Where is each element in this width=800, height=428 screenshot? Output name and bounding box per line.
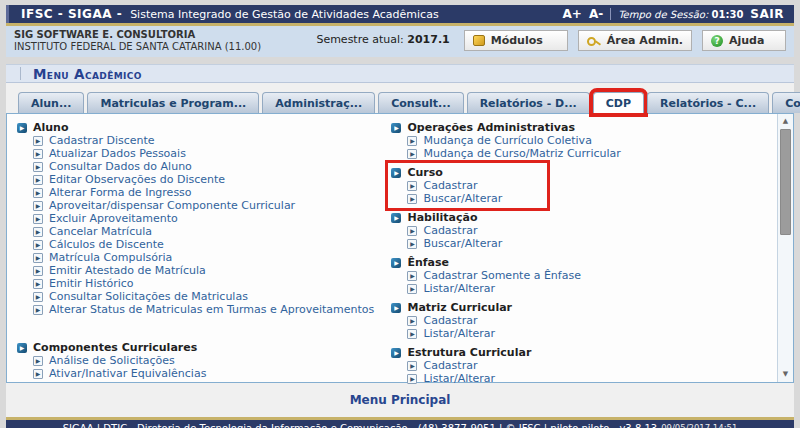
help-button-label: Ajuda xyxy=(729,34,764,47)
menu-section: Operações Administrativas Mudança de Cur… xyxy=(391,121,769,160)
modules-button-label: Módulos xyxy=(491,34,543,47)
menu-section: Curso Cadastrar xyxy=(391,166,544,205)
menu-item[interactable]: Alterar Status de Matriculas em Turmas e… xyxy=(33,303,385,316)
menu-item-label: Emitir Histórico xyxy=(49,277,134,290)
menu-item-label: Listar/Alterar xyxy=(423,282,495,295)
title-bar-notch xyxy=(20,67,21,80)
menu-item[interactable]: Consultar Dados do Aluno xyxy=(33,160,385,173)
menu-item[interactable]: Cadastrar xyxy=(407,179,502,192)
menu-item-label: Ativar/Inativar Equivalências xyxy=(49,367,206,380)
section-items: Análise de Solicitações Ativar/Inativar … xyxy=(17,354,385,380)
section-title: Matriz Curricular xyxy=(407,301,512,314)
institution-name: INSTITUTO FEDERAL DE SANTA CATARINA (11.… xyxy=(14,41,261,52)
section-title: Operações Administrativas xyxy=(407,121,575,134)
tab[interactable]: Relatórios - C... xyxy=(647,92,769,113)
menu-item[interactable]: Editar Observações do Discente xyxy=(33,173,385,186)
menu-item[interactable]: Cadastrar Somente a Ênfase xyxy=(407,269,769,282)
tab[interactable]: CDP xyxy=(593,92,644,113)
menu-item-label: Cadastrar xyxy=(423,224,477,237)
menu-item[interactable]: Cancelar Matrícula xyxy=(33,225,385,238)
font-decrease-button[interactable]: A- xyxy=(589,7,603,21)
item-arrow-icon xyxy=(33,162,43,172)
logout-button[interactable]: SAIR xyxy=(750,7,784,21)
item-arrow-icon xyxy=(407,284,417,294)
font-increase-button[interactable]: A+ xyxy=(563,7,582,21)
modules-button[interactable]: Módulos xyxy=(464,30,568,51)
admin-area-button[interactable]: Área Admin. xyxy=(578,30,692,51)
tab-label: Matriculas e Program... xyxy=(100,97,246,110)
menu-item[interactable]: Ativar/Inativar Equivalências xyxy=(33,367,385,380)
tab-label: Alun... xyxy=(31,97,71,110)
menu-item[interactable]: Matrícula Compulsória xyxy=(33,251,385,264)
menu-section: Matriz Curricular Cadastrar xyxy=(391,301,769,340)
menu-item[interactable]: Atualizar Dados Pessoais xyxy=(33,147,385,160)
current-semester: Semestre atual: 2017.1 xyxy=(316,30,449,46)
menu-item-label: Buscar/Alterar xyxy=(423,192,502,205)
menu-item-label: Listar/Alterar xyxy=(423,327,495,340)
menu-column-right: Operações Administrativas Mudança de Cur… xyxy=(385,121,769,376)
menu-section: Habilitação Cadastrar xyxy=(391,211,769,250)
menu-item[interactable]: Emitir Histórico xyxy=(33,277,385,290)
menu-item[interactable]: Cadastrar xyxy=(407,314,769,327)
menu-item[interactable]: Buscar/Alterar xyxy=(407,237,769,250)
tab[interactable]: Consult... xyxy=(378,92,463,113)
menu-item[interactable]: Listar/Alterar xyxy=(407,327,769,340)
footer-text: SIGAA | DTIC - Diretoria de Tecnologia d… xyxy=(63,423,658,428)
tab-label: Consult... xyxy=(391,97,450,110)
tab[interactable]: Coordenação Ún... xyxy=(772,92,800,113)
menu-item-label: Mudança de Curso/Matriz Curricular xyxy=(423,147,620,160)
menu-item[interactable]: Cadastrar xyxy=(407,224,769,237)
menu-item[interactable]: Aproveitar/dispensar Componente Curricul… xyxy=(33,199,385,212)
menu-item-label: Buscar/Alterar xyxy=(423,237,502,250)
section-items: Mudança de Currículo Coletiva Mudança de… xyxy=(391,134,769,160)
menu-item[interactable]: Listar/Alterar xyxy=(407,282,769,295)
menu-item[interactable]: Excluir Aproveitamento xyxy=(33,212,385,225)
section-title: Habilitação xyxy=(407,211,477,224)
menu-item[interactable]: Listar/Alterar xyxy=(407,372,769,385)
menu-item[interactable]: Cadastrar Discente xyxy=(33,134,385,147)
section-title: Estrutura Curricular xyxy=(407,346,531,359)
section-header: Matriz Curricular xyxy=(391,301,769,314)
session-timer: Tempo de Sessão: 01:30 xyxy=(618,9,743,20)
menu-item-label: Cancelar Matrícula xyxy=(49,225,152,238)
modules-icon xyxy=(473,35,485,46)
help-button[interactable]: Ajuda xyxy=(702,30,786,51)
menu-item[interactable]: Emitir Atestado de Matrícula xyxy=(33,264,385,277)
menu-item[interactable]: Alterar Forma de Ingresso xyxy=(33,186,385,199)
menu-item[interactable]: Buscar/Alterar xyxy=(407,192,502,205)
menu-item-label: Atualizar Dados Pessoais xyxy=(49,147,186,160)
menu-item[interactable]: Cadastrar xyxy=(407,359,769,372)
menu-principal-link[interactable]: Menu Principal xyxy=(350,393,451,407)
menu-item-label: Cadastrar Somente a Ênfase xyxy=(423,269,581,282)
section-title: Ênfase xyxy=(407,256,449,269)
tab-label: Coordenação Ún... xyxy=(785,97,800,110)
scroll-up-button[interactable] xyxy=(778,115,793,128)
info-bar-actions: Semestre atual: 2017.1 Módulos Área Admi… xyxy=(316,29,786,51)
scrollbar[interactable] xyxy=(777,114,793,382)
menu-item[interactable]: Consultar Solicitações de Matriculas xyxy=(33,290,385,303)
item-arrow-icon xyxy=(407,361,417,371)
scrollbar-thumb[interactable] xyxy=(780,129,791,235)
section-header: Ênfase xyxy=(391,256,769,269)
tab[interactable]: Relatórios - D... xyxy=(467,92,590,113)
info-bar: SIG SOFTWARE E. CONSULTORIA INSTITUTO FE… xyxy=(6,26,794,57)
tab[interactable]: Alun... xyxy=(18,92,84,113)
section-arrow-icon xyxy=(391,123,401,133)
application-window: IFSC - SIGAA - Sistema Integrado de Gest… xyxy=(6,5,794,428)
brand-label: IFSC - SIGAA - xyxy=(21,7,122,21)
tab[interactable]: Matriculas e Program... xyxy=(87,92,259,113)
menu-item[interactable]: Mudança de Currículo Coletiva xyxy=(407,134,769,147)
menu-item[interactable]: Análise de Solicitações xyxy=(33,354,385,367)
menu-item[interactable]: Cálculos de Discente xyxy=(33,238,385,251)
menu-item-label: Excluir Aproveitamento xyxy=(49,212,178,225)
section-title: Curso xyxy=(407,166,442,179)
scroll-down-button[interactable] xyxy=(778,368,793,381)
section-arrow-icon xyxy=(17,123,27,133)
semester-value: 2017.1 xyxy=(407,33,449,46)
help-icon xyxy=(711,35,723,47)
section-title: Componentes Curriculares xyxy=(33,341,197,354)
tab[interactable]: Administraç... xyxy=(262,92,375,113)
menu-item[interactable]: Mudança de Curso/Matriz Curricular xyxy=(407,147,769,160)
menu-section: Aluno Cadastrar Discente xyxy=(17,121,385,316)
item-arrow-icon xyxy=(33,188,43,198)
